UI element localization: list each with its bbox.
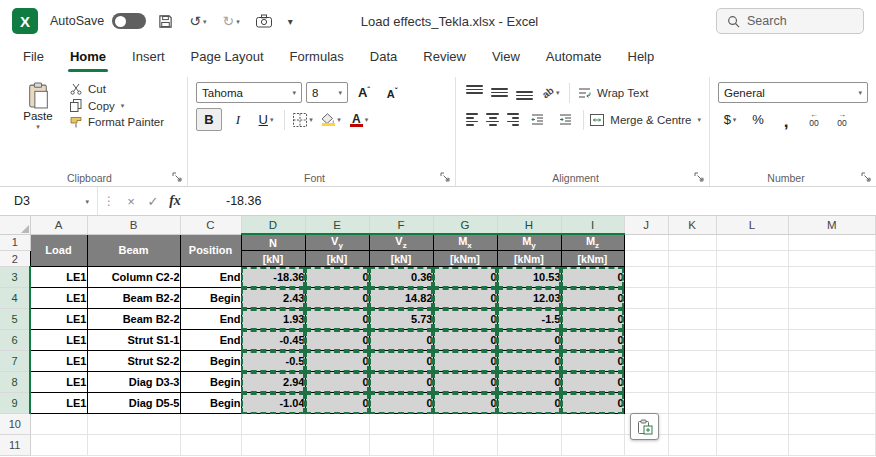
cell-E11[interactable] [305,435,369,456]
cell-I3[interactable]: 0 [561,267,624,288]
column-header-L[interactable]: L [716,216,788,234]
cell-K7[interactable] [668,351,716,372]
cell-K1[interactable] [668,234,716,251]
cell-A8[interactable]: LE1 [30,372,87,393]
cell-M8[interactable] [788,372,876,393]
cell-G7[interactable]: 0 [433,351,497,372]
column-header-E[interactable]: E [305,216,369,234]
cell-J4[interactable] [624,288,668,309]
cell-M9[interactable] [788,393,876,414]
column-header-J[interactable]: J [624,216,668,234]
underline-button[interactable]: U▾ [254,109,278,130]
insert-function-icon[interactable]: fx [164,193,186,209]
search-box[interactable]: Search [716,8,864,34]
cell-A4[interactable]: LE1 [30,288,87,309]
redo-button[interactable]: ↻▾ [218,11,243,31]
cell-G4[interactable]: 0 [433,288,497,309]
column-header-A[interactable]: A [30,216,87,234]
cell-I8[interactable]: 0 [561,372,624,393]
cell-M11[interactable] [788,435,876,456]
row-header-8[interactable]: 8 [0,372,30,393]
cell-M1[interactable] [788,234,876,251]
cell-D1[interactable]: N [241,234,305,251]
cell-C4[interactable]: Begin [180,288,241,309]
tab-view[interactable]: View [479,44,533,72]
cell-H8[interactable]: 0 [497,372,561,393]
cell-K2[interactable] [668,251,716,267]
cell-G11[interactable] [433,435,497,456]
cancel-icon[interactable]: × [120,194,142,209]
font-color-button[interactable]: A ▾ [347,109,371,130]
formula-input[interactable]: -18.36 [226,194,261,208]
cell-K6[interactable] [668,330,716,351]
alignment-dialog-launcher[interactable] [693,171,705,183]
cell-D2[interactable]: [kN] [241,251,305,267]
copy-button[interactable]: Copy ▾ [70,99,164,112]
cell-F5[interactable]: 5.73 [369,309,433,330]
name-box[interactable]: D3 ▾ [0,187,98,215]
row-header-11[interactable]: 11 [0,435,30,456]
excel-app-icon[interactable]: X [12,8,38,34]
cell-E1[interactable]: Vy [305,234,369,251]
percent-style-button[interactable]: % [746,109,770,130]
increase-indent-button[interactable] [553,109,577,130]
autosave-toggle[interactable] [112,13,146,29]
undo-button[interactable]: ↺▾ [185,11,210,31]
column-header-D[interactable]: D [241,216,305,234]
paste-button[interactable]: Paste ▾ [14,79,62,130]
cell-B3[interactable]: Column C2-2 [87,267,180,288]
cell-B4[interactable]: Beam B2-2 [87,288,180,309]
cell-E9[interactable]: 0 [305,393,369,414]
cell-M5[interactable] [788,309,876,330]
cell-I9[interactable]: 0 [561,393,624,414]
decrease-decimal-button[interactable]: →00 [830,109,854,130]
cell-A5[interactable]: LE1 [30,309,87,330]
cell-A10[interactable] [30,414,87,435]
tab-page-layout[interactable]: Page Layout [178,44,277,72]
row-header-2[interactable]: 2 [0,251,30,267]
fill-color-button[interactable]: ▾ [319,109,343,130]
bold-button[interactable]: B [196,108,222,131]
row-header-4[interactable]: 4 [0,288,30,309]
cell-I10[interactable] [561,414,624,435]
cell-K11[interactable] [668,435,716,456]
cell-J1[interactable] [624,234,668,251]
cell-H2[interactable]: [kNm] [497,251,561,267]
cell-F11[interactable] [369,435,433,456]
column-header-C[interactable]: C [180,216,241,234]
cell-J7[interactable] [624,351,668,372]
select-all-button[interactable] [0,216,30,234]
cell-C1[interactable]: Position [180,234,241,267]
cell-B6[interactable]: Strut S1-1 [87,330,180,351]
row-header-10[interactable]: 10 [0,414,30,435]
cell-K5[interactable] [668,309,716,330]
cell-L9[interactable] [716,393,788,414]
cell-L6[interactable] [716,330,788,351]
cell-F3[interactable]: 0.36 [369,267,433,288]
cell-D8[interactable]: 2.94 [241,372,305,393]
cell-K3[interactable] [668,267,716,288]
cell-H10[interactable] [497,414,561,435]
cell-L8[interactable] [716,372,788,393]
cut-button[interactable]: Cut [70,83,164,95]
cell-H9[interactable]: 0 [497,393,561,414]
cell-C11[interactable] [180,435,241,456]
column-header-H[interactable]: H [497,216,561,234]
column-header-M[interactable]: M [788,216,876,234]
increase-font-size-button[interactable]: Aˆ [352,82,376,103]
align-left-button[interactable] [464,111,480,128]
cell-G5[interactable]: 0 [433,309,497,330]
cell-D6[interactable]: -0.45 [241,330,305,351]
cell-F6[interactable]: 0 [369,330,433,351]
tab-insert[interactable]: Insert [119,44,178,72]
tab-file[interactable]: File [10,44,57,72]
column-header-F[interactable]: F [369,216,433,234]
wrap-text-button[interactable]: Wrap Text [578,87,648,99]
cell-G10[interactable] [433,414,497,435]
cell-C6[interactable]: End [180,330,241,351]
cell-C9[interactable]: Begin [180,393,241,414]
cell-D7[interactable]: -0.5 [241,351,305,372]
cell-F9[interactable]: 0 [369,393,433,414]
bottom-align-button[interactable] [514,84,535,101]
cell-H1[interactable]: My [497,234,561,251]
